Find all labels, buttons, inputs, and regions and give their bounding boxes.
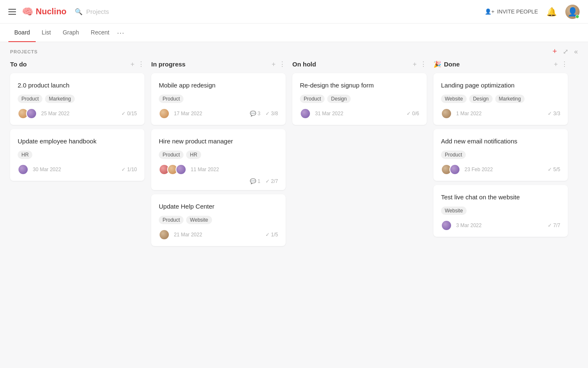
col-menu-in-progress[interactable]: ⋮ [279,60,286,68]
logo[interactable]: 🧠 Nuclino [22,6,66,17]
column-on-hold: On hold + ⋮ Re-design the signup form Pr… [292,60,427,129]
card-left: 21 Mar 2022 [159,229,202,240]
avatar [176,164,186,175]
card-footer: 💬 1 ✓ 2/7 [159,178,278,184]
tag-hr: HR [186,151,201,159]
tag-website: Website [186,216,212,224]
section-label: PROJECTS [10,49,38,54]
card-tags: HR [18,151,137,159]
card-meta: 💬 3 ✓ 3/8 [250,111,278,116]
card-check: ✓ 3/8 [265,111,278,116]
board-header-actions: + ⤢ « [553,47,578,56]
card-avatars [441,220,452,231]
card-avatars [300,108,311,119]
tag-product: Product [159,151,184,159]
col-add-in-progress[interactable]: + [272,61,276,68]
card-left: 25 Mar 2022 [18,108,69,119]
col-add-done[interactable]: + [554,61,558,68]
tag-product: Product [18,95,42,103]
card-tags: Product Website [159,216,278,224]
app-name: Nuclino [36,7,66,16]
card-footer: 17 Mar 2022 💬 3 ✓ 3/8 [159,108,278,119]
tag-website: Website [441,95,467,103]
card-avatars [18,164,29,175]
tab-board[interactable]: Board [8,24,36,42]
expand-button[interactable]: ⤢ [563,48,568,56]
card-title: 2.0 product launch [18,81,137,90]
search-placeholder[interactable]: Projects [86,8,109,15]
card-title: Test live chat on the website [441,193,560,201]
card-product-launch[interactable]: 2.0 product launch Product Marketing 25 … [10,73,144,125]
card-signup-form[interactable]: Re-design the signup form Product Design… [292,73,427,125]
col-menu-todo[interactable]: ⋮ [138,60,144,68]
card-landing-page[interactable]: Landing page optimization Website Design… [433,73,568,125]
card-date: 31 Mar 2022 [315,111,343,116]
card-title: Hire new product manager [159,137,278,146]
card-tags: Product HR [159,151,278,159]
card-title: Update employee handbook [18,137,137,146]
card-date: 11 Mar 2022 [191,167,219,172]
tag-marketing: Marketing [45,95,75,103]
tag-marketing: Marketing [495,95,525,103]
card-tags: Product Marketing [18,95,137,103]
card-avatars [18,108,37,119]
nav-right: 👤+ INVITE PEOPLE 🔔 👤 [485,5,580,19]
avatar [159,108,170,119]
card-tags: Website Design Marketing [441,95,560,103]
card-check: ✓ 5/5 [548,167,560,172]
col-header-done: 🎉Done + ⋮ [433,60,568,68]
card-title: Landing page optimization [441,81,560,90]
card-hire-manager[interactable]: Hire new product manager Product HR 11 M… [151,129,286,190]
col-menu-on-hold[interactable]: ⋮ [420,60,427,68]
tag-product: Product [159,216,184,224]
tab-graph[interactable]: Graph [57,24,85,42]
card-date: 30 Mar 2022 [33,167,61,172]
card-left: 31 Mar 2022 [300,108,343,119]
col-header-on-hold: On hold + ⋮ [292,60,427,68]
card-help-center[interactable]: Update Help Center Product Website 21 Ma… [151,194,286,246]
card-title: Add new email notifications [441,137,560,146]
avatar [159,229,170,240]
card-live-chat[interactable]: Test live chat on the website Website 3 … [433,185,568,237]
card-date: 3 Mar 2022 [456,222,482,228]
card-footer: 23 Feb 2022 ✓ 5/5 [441,164,560,175]
card-date: 25 Mar 2022 [41,111,69,116]
card-left: 30 Mar 2022 [18,164,61,175]
avatar [441,108,452,119]
top-nav: 🧠 Nuclino 🔍 Projects 👤+ INVITE PEOPLE 🔔 … [0,0,588,24]
collapse-button[interactable]: « [574,48,578,56]
avatar [18,164,29,175]
search-icon: 🔍 [75,8,83,16]
card-title: Mobile app redesign [159,81,278,90]
card-footer: 3 Mar 2022 ✓ 7/7 [441,220,560,231]
col-add-todo[interactable]: + [131,61,134,68]
card-email-notif[interactable]: Add new email notifications Product 23 F… [433,129,568,181]
card-comments: 💬 3 [250,111,260,116]
card-check: ✓ 3/3 [548,111,560,116]
notifications-button[interactable]: 🔔 [546,7,557,17]
invite-label: INVITE PEOPLE [497,8,538,15]
column-todo: To do + ⋮ 2.0 product launch Product Mar… [10,60,144,185]
card-check: ✓ 7/7 [548,222,560,228]
card-mobile-redesign[interactable]: Mobile app redesign Product 17 Mar 2022 … [151,73,286,125]
card-check: ✓ 0/6 [407,111,419,116]
hamburger-button[interactable] [8,9,16,15]
col-title-on-hold: On hold [292,61,410,68]
card-employee-handbook[interactable]: Update employee handbook HR 30 Mar 2022 … [10,129,144,181]
card-title: Re-design the signup form [300,81,419,90]
tag-product: Product [300,95,325,103]
col-title-done: 🎉Done [433,61,551,68]
col-add-on-hold[interactable]: + [413,61,417,68]
tab-more-button[interactable]: ⋯ [117,28,124,37]
avatar [449,164,460,175]
tab-recent[interactable]: Recent [85,24,115,42]
card-avatars [159,164,186,175]
tag-design: Design [327,95,350,103]
card-tags: Product [159,95,278,103]
add-project-button[interactable]: + [553,47,557,56]
invite-button[interactable]: 👤+ INVITE PEOPLE [485,8,538,15]
card-check: ✓ 0/15 [121,111,137,116]
card-date: 21 Mar 2022 [174,232,202,238]
tab-list[interactable]: List [36,24,57,42]
col-menu-done[interactable]: ⋮ [561,60,568,68]
